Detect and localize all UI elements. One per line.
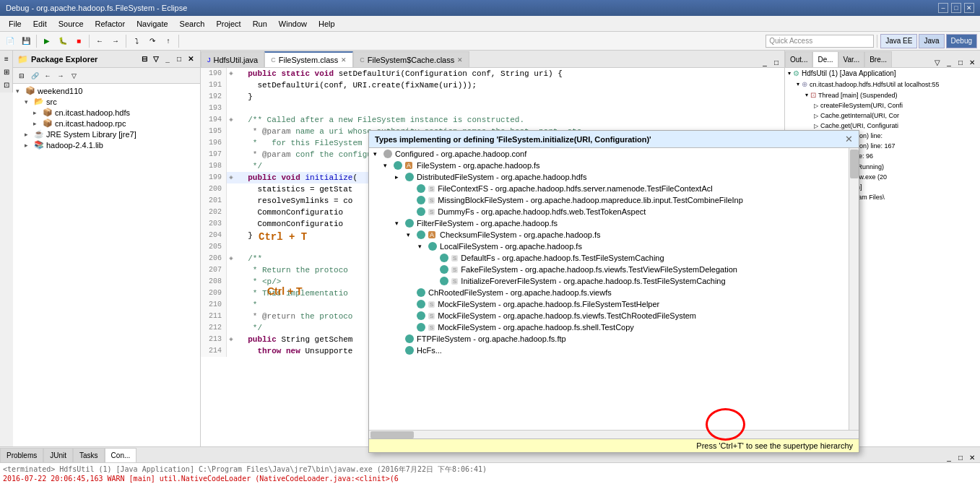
next-button[interactable]: → xyxy=(108,34,123,48)
minimize-button[interactable]: – xyxy=(938,3,948,13)
perspective-debug[interactable]: Debug xyxy=(946,34,977,48)
popup-item-configured[interactable]: ▾ Configured - org.apache.hadoop.conf xyxy=(369,148,849,160)
popup-scrollbar[interactable] xyxy=(849,148,859,430)
debug-item-createfs[interactable]: ▷ createFileSystem(URI, Confi xyxy=(785,100,980,111)
bottom-close[interactable]: ✕ xyxy=(967,452,977,462)
stop-button[interactable]: ■ xyxy=(71,34,86,48)
popup-item-fakefs[interactable]: S FakeFileSystem - org.apache.hadoop.fs.… xyxy=(369,264,849,275)
tab-problems[interactable]: Problems xyxy=(0,448,43,462)
step-into[interactable]: ⤵ xyxy=(129,34,144,48)
tab-close-filesystem[interactable]: ✕ xyxy=(341,56,347,64)
menu-search[interactable]: Search xyxy=(174,16,211,31)
popup-item-mockfs-3[interactable]: S MockFileSystem - org.apache.hadoop.fs.… xyxy=(369,321,849,333)
panel-menu-icon[interactable]: ▽ xyxy=(151,54,161,64)
tree-item-jre[interactable]: ▸ ☕ JRE System Library [jre7] xyxy=(13,129,200,139)
prev-button[interactable]: ← xyxy=(92,34,107,48)
debug-item-cn-itcast[interactable]: ▾ ⊕ cn.itcast.hadoop.hdfs.HdfsUtil at lo… xyxy=(785,79,980,90)
tab-close-filesystemcache[interactable]: ✕ xyxy=(457,56,463,64)
popup-item-mockfs-1[interactable]: S MockFileSystem - org.apache.hadoop.fs.… xyxy=(369,298,849,310)
side-icon-1[interactable]: ≡ xyxy=(0,52,13,65)
perspective-java[interactable]: Java xyxy=(919,34,944,48)
popup-item-defaultfs[interactable]: S DefaultFs - org.apache.hadoop.fs.TestF… xyxy=(369,252,849,264)
step-over[interactable]: ↷ xyxy=(145,34,160,48)
save-button[interactable]: 💾 xyxy=(19,34,33,48)
nav-fwd-btn[interactable]: → xyxy=(55,70,66,82)
popup-item-checksumfs[interactable]: ▾ A ChecksumFileSystem - org.apache.hado… xyxy=(369,229,849,241)
popup-item-mockfs-2[interactable]: S MockFileSystem - org.apache.hadoop.fs.… xyxy=(369,310,849,321)
menu-project[interactable]: Project xyxy=(210,16,246,31)
tab-outline[interactable]: Out... xyxy=(785,51,812,67)
popup-hscroll[interactable] xyxy=(369,430,859,438)
menu-file[interactable]: File xyxy=(3,16,27,31)
popup-item-initforeverfs[interactable]: S InitializeForeverFileSystem - org.apac… xyxy=(369,275,849,287)
popup-item-filterfs[interactable]: ▾ FilterFileSystem - org.apache.hadoop.f… xyxy=(369,217,849,229)
popup-item-ftpfs[interactable]: FTPFileSystem - org.apache.hadoop.fs.ftp xyxy=(369,333,849,345)
popup-item-hcfs[interactable]: HcFs... xyxy=(369,345,849,356)
tab-console[interactable]: Con... xyxy=(105,448,137,462)
popup-item-dummyfs[interactable]: S DummyFs - org.apache.hadoop.hdfs.web.T… xyxy=(369,206,849,217)
side-icon-3[interactable]: ⊡ xyxy=(0,78,13,91)
tree-item-rpc[interactable]: ▸ 📦 cn.itcast.hadoop.rpc xyxy=(13,118,200,129)
menu-help[interactable]: Help xyxy=(313,16,341,31)
right-panel-max[interactable]: □ xyxy=(955,57,966,67)
code-line-192: 192 } xyxy=(201,91,784,103)
menu-refactor[interactable]: Refactor xyxy=(90,16,131,31)
tree-menu-btn[interactable]: ▽ xyxy=(68,70,79,82)
debug-item-thread-main[interactable]: ▾ ⊡ Thread [main] (Suspended) xyxy=(785,90,980,100)
popup-item-filecontextfs[interactable]: S FileContextFS - org.apache.hadoop.hdfs… xyxy=(369,183,849,194)
popup-item-filesystem[interactable]: ▾ A FileSystem - org.apache.hadoop.fs xyxy=(369,160,849,171)
new-button[interactable]: 📄 xyxy=(3,34,17,48)
popup-scrollbar-thumb[interactable] xyxy=(850,150,859,178)
tab-variables[interactable]: Var... xyxy=(838,51,865,67)
side-icon-2[interactable]: ⊞ xyxy=(0,65,13,78)
popup-item-missingblockfs[interactable]: S MissingBlockFileSystem - org.apache.ha… xyxy=(369,194,849,206)
tree-item-hdfs[interactable]: ▸ 📦 cn.itcast.hadoop.hdfs xyxy=(13,107,200,118)
collapse-icon[interactable]: ⊟ xyxy=(139,54,149,64)
debug-item-hdfsutil-app[interactable]: ▾ ⚙ HdfsUtil (1) [Java Application] xyxy=(785,68,980,79)
bottom-min[interactable]: _ xyxy=(944,452,954,462)
tree-item-weekend110[interactable]: ▾ 📦 weekend110 xyxy=(13,85,200,96)
debug-button[interactable]: 🐛 xyxy=(56,34,70,48)
menu-window[interactable]: Window xyxy=(273,16,313,31)
editor-max-icon[interactable]: □ xyxy=(771,57,781,67)
link-editor-btn[interactable]: 🔗 xyxy=(29,70,40,82)
editor-min-icon[interactable]: _ xyxy=(760,57,770,67)
tab-hdfsutil[interactable]: J HdfsUtil.java xyxy=(201,51,264,67)
run-button[interactable]: ▶ xyxy=(40,34,54,48)
tree-item-src[interactable]: ▾ 📂 src xyxy=(13,96,200,107)
tab-filesystemcache[interactable]: C FileSystem$Cache.class ✕ xyxy=(353,51,469,67)
panel-max-icon[interactable]: □ xyxy=(174,54,184,64)
quick-access-input[interactable]: Quick Access xyxy=(766,35,874,48)
collapse-all-btn[interactable]: ⊟ xyxy=(16,70,27,82)
popup-footer: Press 'Ctrl+T' to see the supertype hier… xyxy=(369,438,859,452)
tab-junit[interactable]: JUnit xyxy=(43,448,73,462)
menu-run[interactable]: Run xyxy=(247,16,273,31)
right-panel-menu[interactable]: ▽ xyxy=(932,57,942,67)
tab-breakpoints[interactable]: Bre... xyxy=(864,51,892,67)
debug-item-cache-internal[interactable]: ▷ Cache.getInternal(URI, Cor xyxy=(785,111,980,121)
tree-item-hadoop-lib[interactable]: ▸ 📚 hadoop-2.4.1.lib xyxy=(13,139,200,150)
menu-edit[interactable]: Edit xyxy=(27,16,53,31)
perspective-javaee[interactable]: Java EE xyxy=(880,34,917,48)
tab-debug[interactable]: De... xyxy=(812,51,838,67)
debug-item-cache-get[interactable]: ▷ Cache.get(URI, Configurati xyxy=(785,121,980,131)
panel-min-icon[interactable]: _ xyxy=(162,54,173,64)
maximize-button[interactable]: □ xyxy=(951,3,961,13)
popup-item-localfs[interactable]: ▾ LocalFileSystem - org.apache.hadoop.fs xyxy=(369,241,849,252)
step-return[interactable]: ↑ xyxy=(161,34,175,48)
right-panel-min[interactable]: _ xyxy=(944,57,954,67)
panel-close-icon[interactable]: ✕ xyxy=(186,54,196,64)
popup-tree: ▾ Configured - org.apache.hadoop.conf ▾ … xyxy=(369,148,859,430)
menu-navigate[interactable]: Navigate xyxy=(131,16,173,31)
menu-source[interactable]: Source xyxy=(53,16,90,31)
popup-hscroll-thumb[interactable] xyxy=(370,431,414,438)
bottom-max[interactable]: □ xyxy=(955,452,966,462)
popup-item-distributedfs[interactable]: ▸ DistributedFileSystem - org.apache.had… xyxy=(369,171,849,183)
tab-filesystem[interactable]: C FileSystem.class ✕ xyxy=(264,51,353,67)
popup-item-chrootedfs[interactable]: ChRootedFileSystem - org.apache.hadoop.f… xyxy=(369,287,849,298)
popup-close-btn[interactable]: ✕ xyxy=(845,134,853,144)
close-button[interactable]: ✕ xyxy=(964,3,974,13)
tab-tasks[interactable]: Tasks xyxy=(73,448,105,462)
right-panel-close[interactable]: ✕ xyxy=(967,57,977,67)
nav-back-btn[interactable]: ← xyxy=(42,70,53,82)
